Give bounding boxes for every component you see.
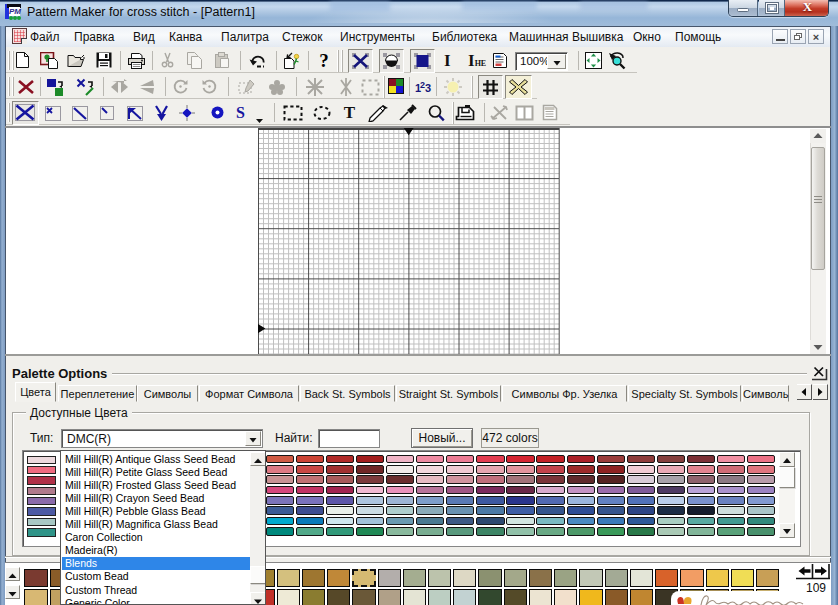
svg-text:3: 3 <box>425 82 431 94</box>
svg-text:?: ? <box>319 52 329 70</box>
svg-text:T: T <box>344 104 356 121</box>
svg-text:S: S <box>236 104 245 121</box>
